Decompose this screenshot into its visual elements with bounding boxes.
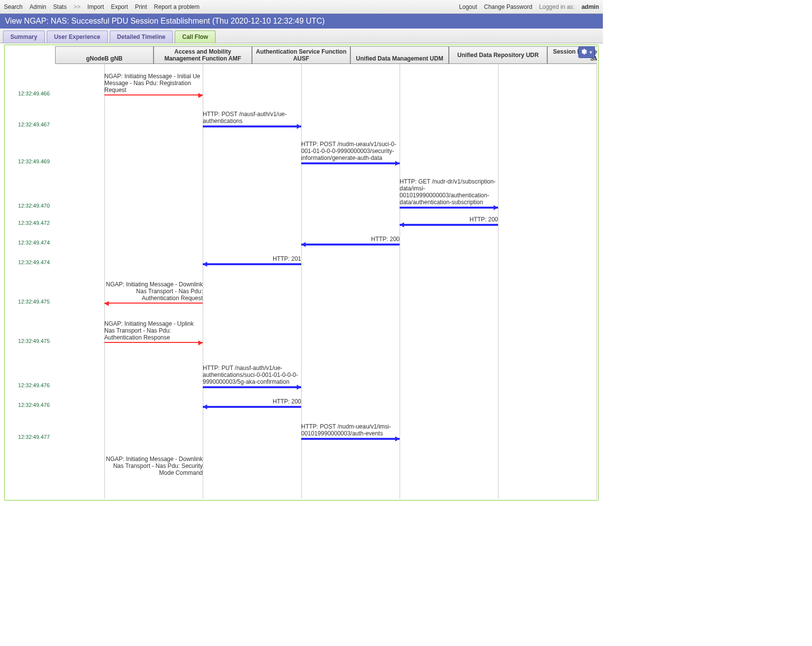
timestamp: 12:32:49.476 <box>6 402 53 408</box>
sequence-diagram: 12:32:49.466NGAP: Initiating Message - I… <box>6 64 597 499</box>
message-label[interactable]: HTTP: 200 <box>203 398 301 405</box>
arrow-head-icon <box>104 301 109 306</box>
menu-stats[interactable]: Stats <box>53 3 66 10</box>
message-label[interactable]: NGAP: Initiating Message - Downlink Nas … <box>104 281 203 302</box>
lane-header-amf[interactable]: Access and Mobility Management Function … <box>154 46 252 64</box>
titlebar: View NGAP: NAS: Successful PDU Session E… <box>0 14 603 29</box>
message-label[interactable]: HTTP: PUT /nausf-auth/v1/ue-authenticati… <box>203 365 301 385</box>
horizontal-scrollbar[interactable] <box>4 505 599 513</box>
menu-logout[interactable]: Logout <box>459 3 477 10</box>
arrow-head-icon <box>297 124 301 129</box>
arrow-head-icon <box>198 340 203 345</box>
lane-header-ausf[interactable]: Authentication Service Function AUSF <box>252 46 350 64</box>
message-arrow[interactable] <box>104 94 203 95</box>
call-flow-panel: ▼ gNodeB gNBAccess and Mobility Manageme… <box>4 44 599 501</box>
message-label[interactable]: HTTP: 200 <box>301 236 400 243</box>
lane-header-gnb[interactable]: gNodeB gNB <box>55 46 154 64</box>
timestamp: 12:32:49.477 <box>6 434 53 440</box>
lifeline-amf <box>203 64 203 499</box>
tab-user-experience[interactable]: User Experience <box>47 31 108 43</box>
arrow-head-icon <box>301 242 306 247</box>
lifeline-udr <box>498 64 499 499</box>
gear-icon <box>580 48 587 57</box>
message-arrow[interactable] <box>203 263 301 265</box>
timestamp: 12:32:49.475 <box>6 338 53 344</box>
page-title: View NGAP: NAS: Successful PDU Session E… <box>5 17 325 26</box>
login-label: Logged in as: <box>539 3 575 10</box>
lifeline-smf <box>596 64 597 499</box>
message-arrow[interactable] <box>400 207 498 209</box>
message-arrow[interactable] <box>203 406 301 408</box>
message-label[interactable]: HTTP: GET /nudr-dr/v1/subscription-data/… <box>400 178 498 206</box>
timestamp: 12:32:49.466 <box>6 91 53 96</box>
message-label[interactable]: HTTP: POST /nudm-ueau/v1/suci-0-001-01-0… <box>301 141 400 161</box>
tab-detailed-timeline[interactable]: Detailed Timeline <box>110 31 173 43</box>
message-label[interactable]: NGAP: Initiating Message - Downlink Nas … <box>104 456 203 476</box>
menu-import[interactable]: Import <box>87 3 104 10</box>
lifeline-udm <box>400 64 400 499</box>
message-arrow[interactable] <box>301 438 400 440</box>
caret-down-icon: ▼ <box>589 50 593 55</box>
message-label[interactable]: NGAP: Initiating Message - Initial Ue Me… <box>104 73 203 93</box>
menu-print[interactable]: Print <box>135 3 147 10</box>
tab-call-flow[interactable]: Call Flow <box>175 31 216 43</box>
menu-report[interactable]: Report a problem <box>154 3 200 10</box>
message-label[interactable]: NGAP: Initiating Message - Uplink Nas Tr… <box>104 320 203 341</box>
menu-search[interactable]: Search <box>4 3 23 10</box>
arrow-head-icon <box>400 222 404 227</box>
menu-export[interactable]: Export <box>111 3 128 10</box>
timestamp: 12:32:49.469 <box>6 158 53 164</box>
arrow-head-icon <box>198 93 203 98</box>
message-label[interactable]: HTTP: 201 <box>203 255 301 262</box>
menu-changepw[interactable]: Change Password <box>484 3 532 10</box>
lanes-header: gNodeB gNBAccess and Mobility Management… <box>6 46 597 64</box>
timestamp: 12:32:49.474 <box>6 259 53 265</box>
menu-admin[interactable]: Admin <box>30 3 46 10</box>
timestamp: 12:32:49.467 <box>6 122 53 127</box>
timestamp: 12:32:49.475 <box>6 299 53 305</box>
message-arrow[interactable] <box>104 303 203 304</box>
tabs: Summary User Experience Detailed Timelin… <box>0 29 603 43</box>
menu-more[interactable]: >> <box>73 3 80 10</box>
message-arrow[interactable] <box>104 342 203 343</box>
message-arrow[interactable] <box>400 224 498 226</box>
message-arrow[interactable] <box>203 386 301 388</box>
message-label[interactable]: HTTP: POST /nausf-auth/v1/ue-authenticat… <box>203 111 301 124</box>
lane-header-udm[interactable]: Unified Data Management UDM <box>350 46 449 64</box>
tab-summary[interactable]: Summary <box>3 31 45 43</box>
arrow-head-icon <box>395 161 400 166</box>
diagram-scroll[interactable]: gNodeB gNBAccess and Mobility Management… <box>6 46 597 499</box>
lane-header-udr[interactable]: Unified Data Repository UDR <box>449 46 547 64</box>
message-arrow[interactable] <box>301 244 400 246</box>
timestamp: 12:32:49.472 <box>6 220 53 226</box>
arrow-head-icon <box>297 385 301 390</box>
message-label[interactable]: HTTP: POST /nudm-ueau/v1/imsi-0010199900… <box>301 423 400 437</box>
timestamp: 12:32:49.474 <box>6 240 53 246</box>
timestamp: 12:32:49.476 <box>6 382 53 388</box>
arrow-head-icon <box>203 404 207 409</box>
message-arrow[interactable] <box>203 125 301 127</box>
menubar: Search Admin Stats >> Import Export Prin… <box>0 0 603 14</box>
message-arrow[interactable] <box>301 162 400 164</box>
arrow-head-icon <box>494 205 498 210</box>
arrow-head-icon <box>203 262 207 267</box>
arrow-head-icon <box>395 436 400 441</box>
settings-button[interactable]: ▼ <box>578 46 595 58</box>
login-user: admin <box>582 3 599 10</box>
timestamp: 12:32:49.470 <box>6 203 53 209</box>
message-label[interactable]: HTTP: 200 <box>400 216 498 223</box>
